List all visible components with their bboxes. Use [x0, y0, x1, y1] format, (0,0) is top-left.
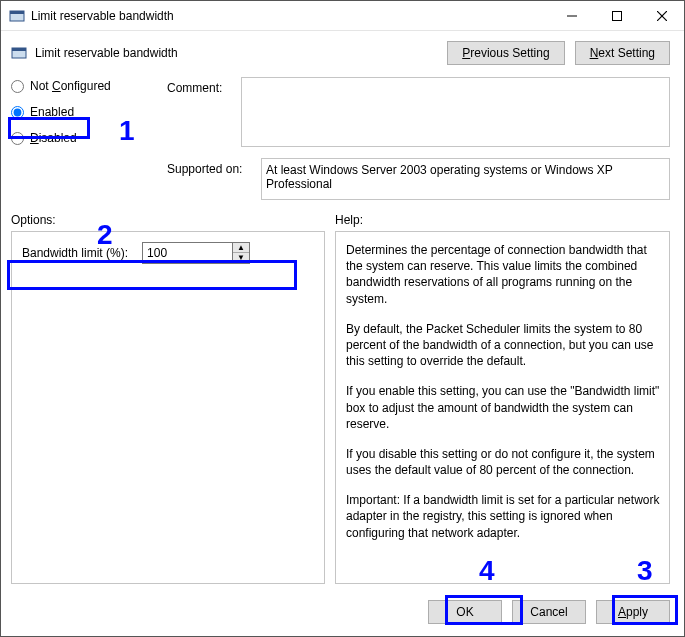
- bandwidth-limit-spinner[interactable]: ▲ ▼: [142, 242, 250, 264]
- titlebar: Limit reservable bandwidth: [1, 1, 684, 31]
- cancel-button[interactable]: Cancel: [512, 600, 586, 624]
- radio-enabled[interactable]: Enabled: [11, 105, 161, 119]
- app-icon: [9, 8, 25, 24]
- help-paragraph: By default, the Packet Scheduler limits …: [346, 321, 661, 370]
- bandwidth-limit-input[interactable]: [142, 242, 232, 264]
- window: Limit reservable bandwidth Limit reserva…: [0, 0, 685, 637]
- ok-button[interactable]: OK: [428, 600, 502, 624]
- header-row: Limit reservable bandwidth Previous Sett…: [1, 31, 684, 69]
- footer-buttons: OK Cancel Apply: [1, 592, 684, 636]
- svg-rect-7: [12, 48, 26, 51]
- help-label: Help:: [335, 213, 363, 227]
- policy-icon: [11, 45, 27, 61]
- options-label: Options:: [11, 213, 335, 227]
- radio-disabled[interactable]: Disabled: [11, 131, 161, 145]
- spinner-up-button[interactable]: ▲: [233, 243, 249, 253]
- help-paragraph: Important: If a bandwidth limit is set f…: [346, 492, 661, 541]
- spinner-down-button[interactable]: ▼: [233, 253, 249, 263]
- window-title: Limit reservable bandwidth: [31, 9, 174, 23]
- policy-title: Limit reservable bandwidth: [35, 46, 178, 60]
- supported-on-text: At least Windows Server 2003 operating s…: [261, 158, 670, 200]
- radio-disabled-input[interactable]: [11, 132, 24, 145]
- state-radio-group: Not Configured Enabled Disabled: [11, 77, 161, 145]
- next-setting-button[interactable]: Next Setting: [575, 41, 670, 65]
- pane-labels: Options: Help:: [1, 207, 684, 231]
- minimize-button[interactable]: [549, 1, 594, 31]
- svg-rect-1: [10, 11, 24, 14]
- help-paragraph: Determines the percentage of connection …: [346, 242, 661, 307]
- svg-rect-3: [612, 11, 621, 20]
- radio-not-configured-input[interactable]: [11, 80, 24, 93]
- comment-label: Comment:: [167, 77, 233, 150]
- previous-setting-button[interactable]: Previous Setting: [447, 41, 564, 65]
- help-paragraph: If you enable this setting, you can use …: [346, 383, 661, 432]
- comment-textarea[interactable]: [241, 77, 670, 147]
- supported-on-label: Supported on:: [167, 158, 253, 203]
- maximize-button[interactable]: [594, 1, 639, 31]
- radio-not-configured[interactable]: Not Configured: [11, 79, 161, 93]
- radio-enabled-input[interactable]: [11, 106, 24, 119]
- config-area: Not Configured Enabled Disabled Comment:…: [1, 69, 684, 207]
- options-pane: Bandwidth limit (%): ▲ ▼: [11, 231, 325, 584]
- panes: Bandwidth limit (%): ▲ ▼ Determines the …: [1, 231, 684, 592]
- bandwidth-limit-label: Bandwidth limit (%):: [22, 246, 128, 260]
- close-button[interactable]: [639, 1, 684, 31]
- help-pane: Determines the percentage of connection …: [335, 231, 670, 584]
- apply-button[interactable]: Apply: [596, 600, 670, 624]
- help-paragraph: If you disable this setting or do not co…: [346, 446, 661, 478]
